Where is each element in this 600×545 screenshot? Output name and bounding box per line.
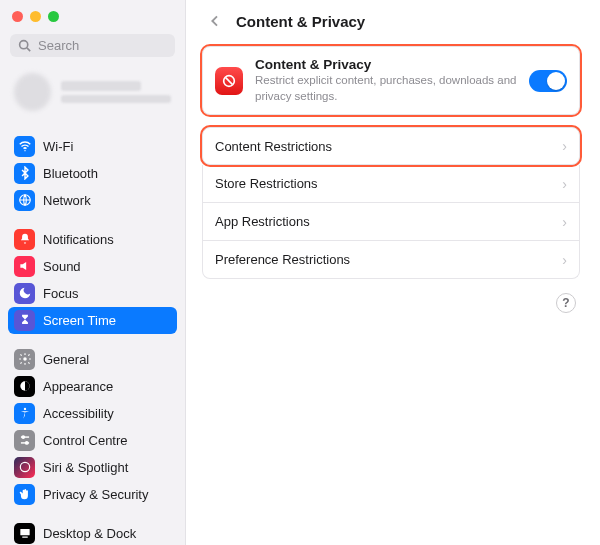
sidebar-item-notifications[interactable]: Notifications — [8, 226, 177, 253]
content-privacy-card: Content & Privacy Restrict explicit cont… — [202, 46, 580, 115]
chevron-left-icon — [207, 13, 223, 29]
apple-id-profile[interactable] — [10, 69, 175, 115]
appearance-icon — [14, 376, 35, 397]
wifi-icon — [14, 136, 35, 157]
network-icon — [14, 190, 35, 211]
sidebar-item-desktop[interactable]: Desktop & Dock — [8, 520, 177, 545]
sidebar-item-label: Siri & Spotlight — [43, 460, 128, 475]
sidebar-item-label: Bluetooth — [43, 166, 98, 181]
gear-icon — [14, 349, 35, 370]
sidebar-item-appearance[interactable]: Appearance — [8, 373, 177, 400]
hourglass-icon — [14, 310, 35, 331]
svg-point-0 — [20, 41, 28, 49]
sidebar-item-screentime[interactable]: Screen Time — [8, 307, 177, 334]
window-controls — [0, 8, 185, 30]
header: Content & Privacy — [202, 10, 580, 32]
speaker-icon — [14, 256, 35, 277]
sidebar-group-network: Wi-Fi Bluetooth Network — [8, 133, 177, 214]
row-store-restrictions[interactable]: Store Restrictions › — [202, 165, 580, 203]
sidebar-item-label: Network — [43, 193, 91, 208]
sidebar-item-privacy[interactable]: Privacy & Security — [8, 481, 177, 508]
sidebar-group-system: General Appearance Accessibility — [8, 346, 177, 508]
sidebar-item-label: Desktop & Dock — [43, 526, 136, 541]
sidebar-item-label: Accessibility — [43, 406, 114, 421]
row-label: Content Restrictions — [215, 139, 332, 154]
content-pane: Content & Privacy Content & Privacy Rest… — [186, 0, 600, 545]
row-label: Preference Restrictions — [215, 252, 350, 267]
sidebar-item-accessibility[interactable]: Accessibility — [8, 400, 177, 427]
chevron-right-icon: › — [562, 252, 567, 268]
content-privacy-text: Content & Privacy Restrict explicit cont… — [255, 57, 517, 104]
sidebar-item-label: General — [43, 352, 89, 367]
zoom-window-button[interactable] — [48, 11, 59, 22]
hand-icon — [14, 484, 35, 505]
moon-icon — [14, 283, 35, 304]
svg-line-1 — [27, 48, 30, 51]
sidebar-item-label: Appearance — [43, 379, 113, 394]
toggle-knob — [547, 72, 565, 90]
sidebar-group-display: Desktop & Dock Displays Wallpaper — [8, 520, 177, 545]
chevron-right-icon: › — [562, 176, 567, 192]
sidebar-item-label: Notifications — [43, 232, 114, 247]
search-input[interactable] — [36, 37, 167, 54]
content-privacy-toggle[interactable] — [529, 70, 567, 92]
sidebar-item-wifi[interactable]: Wi-Fi — [8, 133, 177, 160]
close-window-button[interactable] — [12, 11, 23, 22]
row-content-restrictions[interactable]: Content Restrictions › — [202, 127, 580, 165]
sidebar: Wi-Fi Bluetooth Network — [0, 0, 186, 545]
sidebar-item-label: Screen Time — [43, 313, 116, 328]
chevron-right-icon: › — [562, 214, 567, 230]
svg-rect-12 — [20, 529, 29, 535]
row-preference-restrictions[interactable]: Preference Restrictions › — [202, 241, 580, 279]
minimise-window-button[interactable] — [30, 11, 41, 22]
content-privacy-description: Restrict explicit content, purchases, do… — [255, 73, 517, 104]
search-icon — [18, 39, 31, 52]
svg-point-11 — [20, 463, 29, 472]
sidebar-item-sound[interactable]: Sound — [8, 253, 177, 280]
svg-point-4 — [23, 358, 27, 362]
sidebar-item-network[interactable]: Network — [8, 187, 177, 214]
row-label: App Restrictions — [215, 214, 310, 229]
content-privacy-title: Content & Privacy — [255, 57, 517, 72]
sidebar-item-controlcentre[interactable]: Control Centre — [8, 427, 177, 454]
row-label: Store Restrictions — [215, 176, 318, 191]
no-entry-icon — [215, 67, 243, 95]
help-button[interactable]: ? — [556, 293, 576, 313]
bell-icon — [14, 229, 35, 250]
svg-point-8 — [22, 436, 24, 438]
sidebar-item-label: Control Centre — [43, 433, 128, 448]
sidebar-group-attention: Notifications Sound Focus — [8, 226, 177, 334]
page-title: Content & Privacy — [236, 13, 365, 30]
sidebar-item-label: Sound — [43, 259, 81, 274]
search-field[interactable] — [10, 34, 175, 57]
row-app-restrictions[interactable]: App Restrictions › — [202, 203, 580, 241]
sidebar-item-label: Wi-Fi — [43, 139, 73, 154]
svg-point-2 — [24, 150, 25, 151]
help-label: ? — [562, 296, 569, 310]
sidebar-item-general[interactable]: General — [8, 346, 177, 373]
sidebar-list: Wi-Fi Bluetooth Network — [0, 121, 185, 545]
sidebar-item-siri[interactable]: Siri & Spotlight — [8, 454, 177, 481]
chevron-right-icon: › — [562, 138, 567, 154]
svg-line-19 — [226, 77, 233, 84]
sliders-icon — [14, 430, 35, 451]
siri-icon — [14, 457, 35, 478]
sidebar-item-focus[interactable]: Focus — [8, 280, 177, 307]
dock-icon — [14, 523, 35, 544]
sidebar-item-label: Privacy & Security — [43, 487, 148, 502]
svg-point-6 — [23, 408, 25, 410]
profile-text — [61, 81, 171, 103]
bluetooth-icon — [14, 163, 35, 184]
avatar — [14, 73, 51, 111]
sidebar-item-label: Focus — [43, 286, 78, 301]
svg-rect-13 — [22, 537, 28, 538]
sidebar-item-bluetooth[interactable]: Bluetooth — [8, 160, 177, 187]
restrictions-list: Content Restrictions › Store Restriction… — [202, 127, 580, 279]
svg-point-10 — [25, 442, 27, 444]
back-button[interactable] — [204, 10, 226, 32]
accessibility-icon — [14, 403, 35, 424]
